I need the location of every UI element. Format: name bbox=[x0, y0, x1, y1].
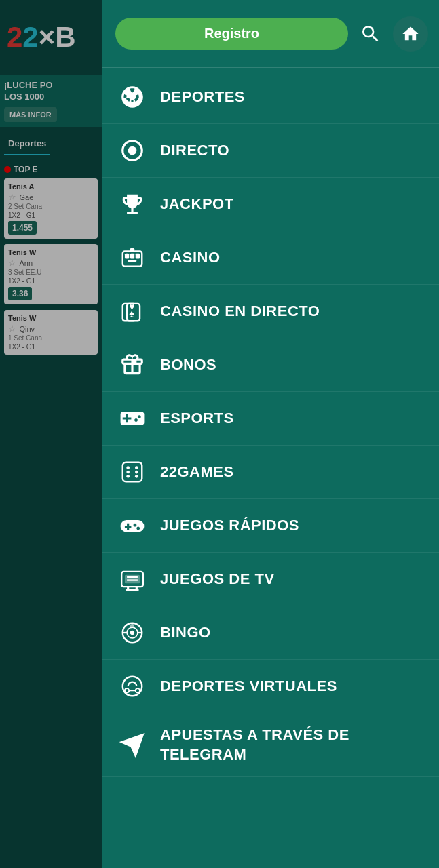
menu-item-casino-directo[interactable]: ♠ ♥ CASINO EN DIRECTO bbox=[102, 285, 439, 338]
svg-text:♥: ♥ bbox=[129, 301, 134, 312]
svg-rect-23 bbox=[125, 575, 140, 584]
virtual-sports-icon bbox=[118, 672, 147, 701]
search-button[interactable] bbox=[356, 20, 385, 48]
svg-point-14 bbox=[135, 466, 138, 469]
menu-label-casino-directo: CASINO EN DIRECTO bbox=[160, 302, 320, 320]
gift-icon bbox=[118, 351, 147, 379]
dice-icon bbox=[118, 458, 147, 486]
menu-item-deportes[interactable]: DEPORTES bbox=[102, 71, 439, 124]
menu-item-22games[interactable]: 22GAMES bbox=[102, 446, 439, 499]
registro-button[interactable]: Registro bbox=[115, 18, 348, 50]
svg-point-1 bbox=[128, 146, 137, 155]
menu-label-bingo: BINGO bbox=[160, 624, 211, 642]
svg-point-16 bbox=[135, 475, 138, 478]
menu-item-jackpot[interactable]: JACKPOT bbox=[102, 178, 439, 231]
menu-label-directo: DIRECTO bbox=[160, 142, 229, 159]
bingo-ball-icon bbox=[118, 618, 147, 647]
playing-cards-icon: ♠ ♥ bbox=[118, 297, 147, 326]
menu-label-jackpot: JACKPOT bbox=[160, 195, 234, 213]
menu-header: Registro bbox=[102, 0, 439, 68]
menu-item-directo[interactable]: DIRECTO bbox=[102, 124, 439, 178]
menu-item-telegram[interactable]: APUESTAS A TRAVÉS DE TELEGRAM bbox=[102, 713, 439, 777]
svg-point-17 bbox=[126, 471, 130, 474]
menu-drawer: Registro DEPORTES bbox=[102, 0, 439, 868]
menu-label-deportes-virtuales: DEPORTES VIRTUALES bbox=[160, 677, 337, 695]
svg-point-15 bbox=[126, 475, 130, 478]
menu-label-bonos: BONOS bbox=[160, 356, 216, 374]
menu-label-casino: CASINO bbox=[160, 249, 221, 267]
menu-item-juegos-rapidos[interactable]: JUEGOS RÁPIDOS bbox=[102, 499, 439, 553]
menu-label-telegram: APUESTAS A TRAVÉS DE TELEGRAM bbox=[160, 726, 423, 764]
svg-rect-3 bbox=[125, 254, 129, 259]
gamepad-icon bbox=[118, 404, 147, 433]
svg-rect-5 bbox=[136, 254, 140, 259]
controller-icon bbox=[118, 511, 147, 540]
soccer-ball-icon bbox=[118, 83, 147, 111]
svg-point-31 bbox=[123, 677, 142, 696]
trophy-icon bbox=[118, 190, 147, 218]
svg-point-33 bbox=[136, 688, 140, 692]
svg-point-13 bbox=[126, 466, 130, 469]
svg-rect-4 bbox=[130, 254, 134, 259]
search-icon bbox=[360, 23, 381, 45]
svg-rect-7 bbox=[130, 248, 134, 252]
menu-item-juegos-tv[interactable]: JUEGOS DE TV bbox=[102, 553, 439, 606]
svg-rect-12 bbox=[123, 462, 142, 482]
svg-point-32 bbox=[125, 688, 129, 692]
svg-rect-6 bbox=[128, 260, 137, 262]
menu-label-deportes: DEPORTES bbox=[160, 88, 245, 106]
menu-item-esports[interactable]: ESPORTS bbox=[102, 392, 439, 446]
menu-item-casino[interactable]: CASINO bbox=[102, 231, 439, 285]
tv-screen-icon bbox=[118, 565, 147, 593]
menu-item-bonos[interactable]: BONOS bbox=[102, 338, 439, 392]
menu-items-list: DEPORTES DIRECTO JACKPOT bbox=[102, 68, 439, 868]
svg-point-18 bbox=[135, 471, 138, 474]
svg-point-30 bbox=[130, 631, 134, 635]
home-icon bbox=[401, 24, 420, 43]
slot-machine-icon bbox=[118, 243, 147, 272]
live-circle-icon bbox=[118, 136, 147, 165]
telegram-arrow-icon bbox=[118, 731, 147, 760]
menu-item-deportes-virtuales[interactable]: DEPORTES VIRTUALES bbox=[102, 660, 439, 713]
menu-label-juegos-tv: JUEGOS DE TV bbox=[160, 570, 275, 588]
home-button[interactable] bbox=[393, 16, 428, 52]
menu-item-bingo[interactable]: BINGO bbox=[102, 606, 439, 660]
menu-label-22games: 22GAMES bbox=[160, 463, 234, 481]
menu-label-juegos-rapidos: JUEGOS RÁPIDOS bbox=[160, 517, 299, 534]
menu-label-esports: ESPORTS bbox=[160, 410, 234, 427]
